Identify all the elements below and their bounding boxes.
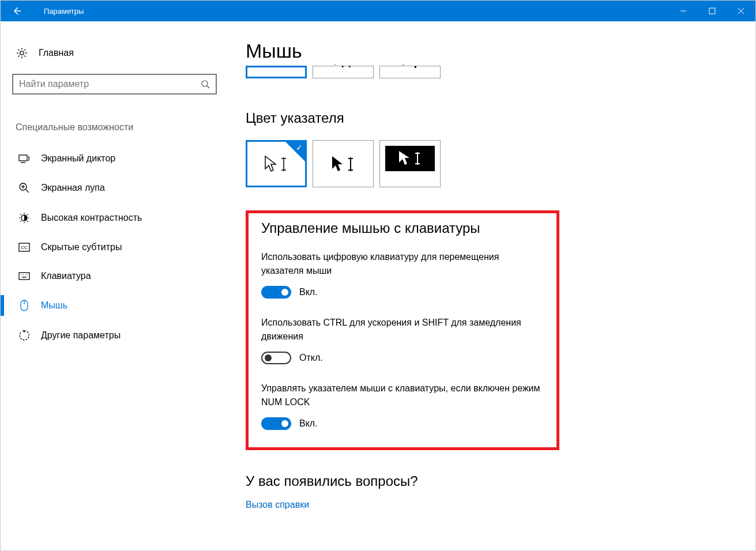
pointer-color-inverse[interactable] [379, 140, 441, 187]
titlebar: Параметры [1, 1, 755, 21]
sidebar-item-label: Клавиатура [41, 271, 91, 281]
sidebar-item-narrator[interactable]: Экранный диктор [12, 144, 228, 173]
contrast-icon [18, 212, 31, 224]
svg-line-10 [18, 50, 20, 51]
sidebar-item-other[interactable]: Другие параметры [12, 320, 228, 350]
keyboard-mouse-section: Управление мышью с клавиатуры Использова… [246, 210, 559, 450]
toggle-state: Вкл. [299, 418, 318, 429]
setting-ctrl-shift: Использовать CTRL для ускорения и SHIFT … [261, 316, 544, 364]
sidebar-item-label: Другие параметры [41, 330, 121, 341]
mouse-icon [18, 300, 31, 311]
svg-line-12 [18, 55, 20, 56]
sidebar-item-label: Экранная лупа [41, 183, 105, 193]
svg-line-11 [24, 55, 25, 56]
sidebar-item-magnifier[interactable]: Экранная лупа [12, 173, 228, 203]
svg-text:CC: CC [21, 245, 28, 250]
setting-label: Использовать CTRL для ускорения и SHIFT … [261, 316, 544, 344]
sidebar-section-label: Специальные возможности [12, 122, 228, 133]
close-button[interactable] [727, 1, 755, 21]
sidebar-item-label: Экранный диктор [41, 153, 115, 164]
svg-line-28 [27, 221, 28, 222]
search-input[interactable] [19, 79, 201, 89]
pointer-size-medium[interactable]: ˋ • • [313, 66, 374, 78]
kb-section-title: Управление мышью с клавиатуры [261, 220, 544, 236]
sidebar-item-label: Высокая контрастность [41, 213, 142, 223]
sidebar-item-captions[interactable]: CC Скрытые субтитры [12, 233, 228, 262]
other-icon [18, 330, 31, 341]
back-button[interactable] [1, 1, 32, 21]
keyboard-icon [18, 272, 31, 280]
toggle-numpad-move[interactable] [261, 286, 291, 299]
svg-line-30 [27, 214, 28, 216]
svg-line-15 [207, 86, 209, 88]
help-title: У вас появились вопросы? [246, 473, 738, 489]
magnifier-icon [18, 182, 31, 194]
sidebar-home[interactable]: Главная [12, 41, 228, 65]
page-title: Мышь [246, 40, 738, 62]
svg-line-21 [26, 190, 29, 193]
main-content: Мышь ˋ • • ˋ • Цвет указателя ✓ Упр [228, 21, 755, 550]
gear-icon [16, 47, 28, 59]
pointer-size-large[interactable]: ˋ • [379, 66, 441, 78]
setting-label: Использовать цифровую клавиатуру для пер… [261, 250, 544, 278]
sidebar-item-label: Мышь [41, 300, 67, 311]
pointer-color-options: ✓ [246, 140, 738, 187]
svg-rect-33 [19, 273, 29, 280]
window-title: Параметры [44, 7, 84, 16]
setting-label: Управлять указателем мыши с клавиатуры, … [261, 382, 544, 409]
toggle-state: Откл. [299, 353, 323, 363]
search-box[interactable] [12, 74, 217, 95]
pointer-color-title: Цвет указателя [246, 110, 738, 126]
check-icon: ✓ [296, 143, 303, 152]
svg-point-14 [202, 81, 208, 86]
maximize-button[interactable] [698, 1, 727, 21]
search-icon [201, 80, 210, 89]
pointer-size-small[interactable] [246, 66, 307, 78]
narrator-icon [18, 153, 31, 164]
sidebar-nav: Экранный диктор Экранная лупа Высокая ко… [12, 144, 228, 350]
sidebar-item-keyboard[interactable]: Клавиатура [12, 262, 228, 290]
sidebar: Главная Специальные возможности Экранный… [1, 21, 228, 550]
svg-line-27 [21, 214, 22, 216]
window-controls [669, 1, 755, 21]
svg-point-5 [20, 51, 24, 55]
captions-icon: CC [18, 243, 31, 252]
sidebar-item-highcontrast[interactable]: Высокая контрастность [12, 203, 228, 233]
help-link[interactable]: Вызов справки [246, 500, 309, 510]
svg-line-13 [24, 50, 25, 51]
toggle-state: Вкл. [299, 287, 318, 297]
pointer-size-options: ˋ • • ˋ • [246, 66, 738, 78]
sidebar-item-mouse[interactable]: Мышь [12, 290, 228, 320]
svg-rect-16 [19, 155, 27, 161]
minimize-button[interactable] [669, 1, 698, 21]
sidebar-home-label: Главная [39, 48, 74, 58]
svg-line-29 [21, 221, 22, 222]
svg-rect-2 [709, 8, 715, 14]
toggle-ctrl-shift[interactable] [261, 352, 291, 364]
sidebar-item-label: Скрытые субтитры [41, 242, 122, 252]
setting-numpad-move: Использовать цифровую клавиатуру для пер… [261, 250, 544, 299]
toggle-numlock[interactable] [261, 417, 291, 430]
pointer-color-black[interactable] [313, 140, 374, 187]
pointer-color-white[interactable]: ✓ [246, 140, 307, 187]
setting-numlock: Управлять указателем мыши с клавиатуры, … [261, 382, 544, 430]
